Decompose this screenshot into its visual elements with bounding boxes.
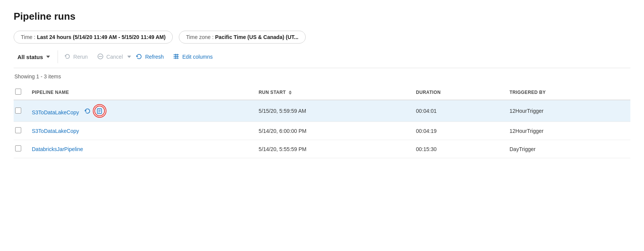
cancel-label: Cancel [106,54,123,60]
showing-label: Showing 1 - 3 items [14,73,630,80]
table-header-row: PIPELINE NAME RUN START DURATION TRIGGER… [14,85,630,100]
row-checkbox[interactable] [15,145,21,151]
table-row: DatabricksJarPipeline5/14/20, 5:55:59 PM… [14,140,630,158]
time-filter-label: Time : [21,34,35,40]
row-pipeline-name-cell: S3ToDataLakeCopy [27,122,254,140]
row-triggered-by: 12HourTrigger [505,122,630,140]
row-duration: 00:15:30 [411,140,505,158]
col-header-triggered-by: TRIGGERED BY [505,85,630,100]
time-filter-pill[interactable]: Time : Last 24 hours (5/14/20 11:49 AM -… [14,31,173,44]
timezone-filter-pill[interactable]: Time zone : Pacific Time (US & Canada) (… [179,31,306,44]
table-row: S3ToDataLakeCopy5/15/20, 5:59:59 AM00:04… [14,100,630,122]
cancel-chevron-icon[interactable] [127,56,131,58]
refresh-icon [136,53,142,61]
pipeline-actions [82,106,105,116]
table-row: S3ToDataLakeCopy5/14/20, 6:00:00 PM00:04… [14,122,630,140]
time-filter-value: Last 24 hours (5/14/20 11:49 AM - 5/15/2… [37,34,166,40]
row-duration: 00:04:01 [411,100,505,122]
col-header-duration: DURATION [411,85,505,100]
sort-up-icon [289,90,292,92]
cancel-icon [97,53,104,61]
header-checkbox-col [14,85,27,100]
row-checkbox-col [14,122,27,140]
toolbar-divider-1 [58,50,58,63]
row-pipeline-name-cell: DatabricksJarPipeline [27,140,254,158]
row-run-start: 5/14/20, 5:55:59 PM [254,140,411,158]
page-title: Pipeline runs [14,11,630,22]
refresh-label: Refresh [145,54,164,60]
chevron-down-icon [46,56,50,58]
refresh-button[interactable]: Refresh [131,51,168,63]
rerun-button[interactable]: Rerun [59,51,92,63]
col-header-run-start: RUN START [254,85,411,100]
edit-columns-label: Edit columns [182,54,213,60]
status-dropdown[interactable]: All status [14,51,54,62]
pipeline-name-link[interactable]: S3ToDataLakeCopy [32,128,79,134]
filter-bar: Time : Last 24 hours (5/14/20 11:49 AM -… [14,31,630,44]
row-rerun-button[interactable] [82,106,93,116]
row-run-start: 5/14/20, 6:00:00 PM [254,122,411,140]
timezone-filter-label: Time zone : [186,34,214,40]
sort-icons[interactable] [289,90,292,95]
row-details-button[interactable] [94,106,105,116]
row-checkbox-col [14,140,27,158]
status-dropdown-label: All status [17,54,43,60]
cancel-button-group: Cancel [92,51,131,63]
row-checkbox-col [14,100,27,122]
rerun-icon [64,53,71,61]
timezone-filter-value: Pacific Time (US & Canada) (UT... [215,34,299,40]
row-duration: 00:04:19 [411,122,505,140]
row-checkbox[interactable] [15,108,21,114]
select-all-checkbox[interactable] [15,89,21,95]
edit-columns-button[interactable]: Edit columns [168,51,217,63]
pipeline-name-link[interactable]: S3ToDataLakeCopy [32,109,79,115]
row-checkbox[interactable] [15,127,21,133]
edit-columns-icon [173,53,180,61]
toolbar: All status Rerun [14,50,630,68]
pipeline-runs-table: PIPELINE NAME RUN START DURATION TRIGGER… [14,85,630,158]
pipeline-name-link[interactable]: DatabricksJarPipeline [32,146,83,152]
sort-down-icon [289,93,292,95]
row-run-start: 5/15/20, 5:59:59 AM [254,100,411,122]
row-triggered-by: DayTrigger [505,140,630,158]
rerun-label: Rerun [73,54,88,60]
row-pipeline-name-cell: S3ToDataLakeCopy [27,100,254,122]
page-container: Pipeline runs Time : Last 24 hours (5/14… [0,0,644,251]
cancel-button[interactable]: Cancel [92,51,128,63]
col-header-pipeline-name: PIPELINE NAME [27,85,254,100]
row-triggered-by: 12HourTrigger [505,100,630,122]
